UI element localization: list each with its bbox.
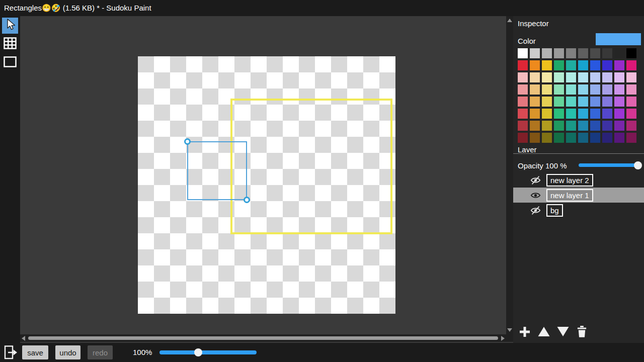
palette-swatch[interactable] (566, 72, 576, 82)
palette-swatch[interactable] (566, 133, 576, 143)
palette-swatch[interactable] (602, 72, 612, 82)
palette-swatch[interactable] (578, 133, 588, 143)
palette-swatch[interactable] (590, 133, 600, 143)
palette-swatch[interactable] (602, 60, 612, 70)
palette-swatch[interactable] (566, 97, 576, 107)
palette-swatch[interactable] (590, 109, 600, 119)
palette-swatch[interactable] (518, 133, 528, 143)
selected-rectangle-shape[interactable] (187, 141, 247, 200)
palette-swatch[interactable] (626, 60, 636, 70)
palette-swatch[interactable] (602, 133, 612, 143)
scroll-up-icon[interactable] (507, 19, 512, 22)
layer-row[interactable]: new layer 2 (513, 172, 644, 188)
add-layer-button[interactable] (518, 326, 531, 339)
palette-swatch[interactable] (530, 48, 540, 58)
palette-swatch[interactable] (542, 109, 552, 119)
palette-swatch[interactable] (542, 84, 552, 95)
palette-swatch[interactable] (626, 72, 636, 82)
palette-swatch[interactable] (530, 121, 540, 131)
palette-swatch[interactable] (578, 60, 588, 70)
palette-swatch[interactable] (602, 109, 612, 119)
palette-swatch[interactable] (566, 48, 576, 58)
palette-swatch[interactable] (590, 97, 600, 107)
palette-swatch[interactable] (554, 48, 564, 58)
palette-swatch[interactable] (626, 48, 636, 58)
palette-swatch[interactable] (590, 48, 600, 58)
layer-name[interactable]: new layer 1 (546, 189, 593, 202)
palette-swatch[interactable] (542, 133, 552, 143)
palette-swatch[interactable] (554, 121, 564, 131)
palette-swatch[interactable] (542, 121, 552, 131)
palette-swatch[interactable] (578, 121, 588, 131)
palette-swatch[interactable] (578, 72, 588, 82)
rectangle-tool-button[interactable] (2, 55, 18, 71)
palette-swatch[interactable] (626, 109, 636, 119)
palette-swatch[interactable] (566, 121, 576, 131)
select-tool-button[interactable] (2, 18, 18, 34)
palette-swatch[interactable] (578, 109, 588, 119)
palette-swatch[interactable] (518, 72, 528, 82)
palette-swatch[interactable] (566, 109, 576, 119)
palette-swatch[interactable] (566, 60, 576, 70)
move-layer-up-button[interactable] (537, 326, 550, 339)
layer-hidden-icon[interactable] (530, 175, 541, 186)
palette-swatch[interactable] (554, 133, 564, 143)
palette-swatch[interactable] (614, 60, 624, 70)
palette-swatch[interactable] (554, 60, 564, 70)
palette-swatch[interactable] (614, 72, 624, 82)
horizontal-scrollbar[interactable] (20, 334, 506, 342)
scroll-down-icon[interactable] (507, 328, 512, 332)
horizontal-scrollbar-thumb[interactable] (28, 336, 498, 340)
layer-hidden-icon[interactable] (530, 205, 541, 216)
palette-swatch[interactable] (614, 97, 624, 107)
palette-swatch[interactable] (542, 72, 552, 82)
zoom-slider[interactable] (159, 350, 257, 354)
palette-swatch[interactable] (530, 84, 540, 95)
layer-name[interactable]: bg (546, 204, 563, 217)
layer-name[interactable]: new layer 2 (546, 174, 593, 187)
palette-swatch[interactable] (530, 109, 540, 119)
palette-swatch[interactable] (518, 84, 528, 95)
palette-swatch[interactable] (578, 84, 588, 95)
palette-swatch[interactable] (590, 72, 600, 82)
palette-swatch[interactable] (554, 72, 564, 82)
palette-swatch[interactable] (602, 84, 612, 95)
resize-handle-tl[interactable] (184, 138, 191, 145)
scroll-left-icon[interactable] (22, 336, 25, 341)
palette-swatch[interactable] (614, 48, 624, 58)
palette-swatch[interactable] (614, 84, 624, 95)
palette-swatch[interactable] (578, 48, 588, 58)
palette-swatch[interactable] (542, 48, 552, 58)
artboard[interactable] (138, 56, 395, 314)
palette-swatch[interactable] (626, 133, 636, 143)
palette-swatch[interactable] (602, 121, 612, 131)
palette-swatch[interactable] (542, 60, 552, 70)
palette-swatch[interactable] (590, 121, 600, 131)
redo-button[interactable]: redo (88, 345, 113, 359)
resize-handle-br[interactable] (244, 197, 250, 203)
palette-swatch[interactable] (590, 60, 600, 70)
palette-swatch[interactable] (530, 60, 540, 70)
grid-tool-button[interactable] (2, 36, 18, 52)
export-file-button[interactable] (3, 345, 18, 360)
layer-row[interactable]: bg (513, 203, 644, 218)
canvas-viewport[interactable] (20, 16, 506, 334)
vertical-scrollbar[interactable] (506, 16, 513, 334)
palette-swatch[interactable] (554, 97, 564, 107)
palette-swatch[interactable] (614, 133, 624, 143)
layer-row[interactable]: new layer 1 (513, 188, 644, 203)
palette-swatch[interactable] (518, 48, 528, 58)
palette-swatch[interactable] (518, 97, 528, 107)
zoom-slider-thumb[interactable] (194, 348, 202, 356)
palette-swatch[interactable] (626, 84, 636, 95)
palette-swatch[interactable] (626, 121, 636, 131)
rectangle-shape[interactable] (230, 99, 392, 234)
palette-swatch[interactable] (518, 109, 528, 119)
opacity-slider[interactable] (579, 163, 638, 167)
palette-swatch[interactable] (602, 48, 612, 58)
current-color-swatch[interactable] (596, 33, 641, 45)
save-button[interactable]: save (22, 345, 48, 359)
palette-swatch[interactable] (542, 97, 552, 107)
palette-swatch[interactable] (566, 84, 576, 95)
move-layer-down-button[interactable] (556, 326, 570, 339)
